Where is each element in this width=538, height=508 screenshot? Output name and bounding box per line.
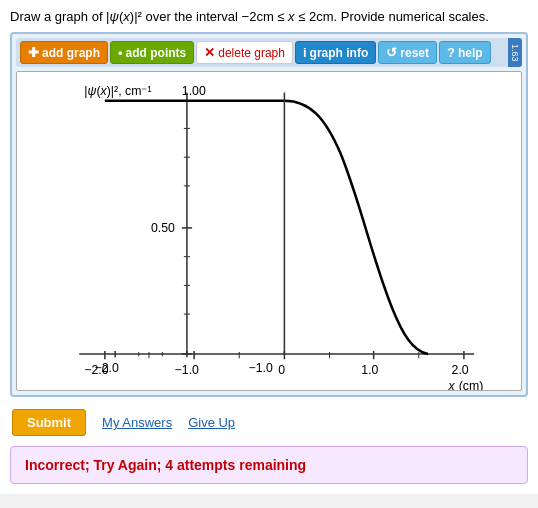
add-points-label: add points <box>126 46 187 60</box>
question-icon: ? <box>447 45 455 60</box>
graph-info-label: graph info <box>310 46 369 60</box>
svg-text:1.0: 1.0 <box>361 363 378 377</box>
give-up-button[interactable]: Give Up <box>188 415 235 430</box>
info-icon: i <box>303 45 307 60</box>
graph-info-button[interactable]: i graph info <box>295 41 376 64</box>
graph-svg: |ψ(x)|², cm⁻¹ 1.00 0.50 <box>17 72 521 390</box>
help-button[interactable]: ? help <box>439 41 491 64</box>
x-icon: ✕ <box>204 45 215 60</box>
dot-icon: • <box>118 45 123 60</box>
svg-text:0: 0 <box>278 363 285 377</box>
toolbar: ✚ add graph • add points ✕ delete graph … <box>16 38 522 67</box>
svg-text:−1.0: −1.0 <box>248 361 272 375</box>
add-graph-button[interactable]: ✚ add graph <box>20 41 108 64</box>
reset-icon: ↺ <box>386 45 397 60</box>
feedback-box: Incorrect; Try Again; 4 attempts remaini… <box>10 446 528 484</box>
svg-text:(cm): (cm) <box>459 379 484 390</box>
bottom-bar: Submit My Answers Give Up <box>10 405 528 440</box>
reset-label: reset <box>400 46 429 60</box>
svg-text:1.00: 1.00 <box>182 84 206 98</box>
svg-text:|ψ(x)|², cm⁻¹: |ψ(x)|², cm⁻¹ <box>84 84 151 98</box>
add-graph-label: add graph <box>42 46 100 60</box>
page-wrapper: Draw a graph of |ψ(x)|² Draw a graph of … <box>0 0 538 494</box>
plus-icon: ✚ <box>28 45 39 60</box>
delete-graph-button[interactable]: ✕ delete graph <box>196 41 293 64</box>
my-answers-button[interactable]: My Answers <box>102 415 172 430</box>
svg-text:x: x <box>448 379 456 390</box>
problem-text: Draw a graph of |ψ(x)|² Draw a graph of … <box>10 8 528 26</box>
help-label: help <box>458 46 483 60</box>
reset-button[interactable]: ↺ reset <box>378 41 437 64</box>
svg-text:0.50: 0.50 <box>151 221 175 235</box>
delete-graph-label: delete graph <box>218 46 285 60</box>
graph-container: ✚ add graph • add points ✕ delete graph … <box>10 32 528 397</box>
feedback-text: Incorrect; Try Again; 4 attempts remaini… <box>25 457 306 473</box>
version-tag: 1.63 <box>508 38 522 67</box>
svg-text:−2.0: −2.0 <box>84 363 108 377</box>
graph-area[interactable]: |ψ(x)|², cm⁻¹ 1.00 0.50 <box>16 71 522 391</box>
svg-text:2.0: 2.0 <box>452 363 469 377</box>
submit-button[interactable]: Submit <box>12 409 86 436</box>
svg-text:−1.0: −1.0 <box>175 363 199 377</box>
add-points-button[interactable]: • add points <box>110 41 194 64</box>
